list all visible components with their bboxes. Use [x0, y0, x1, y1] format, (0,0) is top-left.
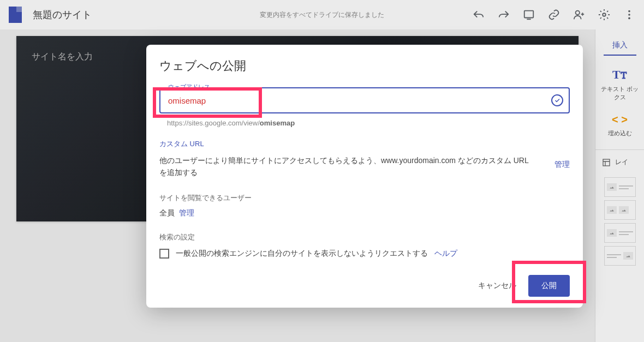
svg-point-3: [628, 10, 630, 13]
search-settings-label: 検索の設定: [159, 232, 570, 242]
layout-option-1[interactable]: [604, 177, 636, 197]
svg-point-4: [628, 14, 630, 16]
insert-embed[interactable]: < > 埋め込む: [598, 113, 642, 137]
checkbox-label: 一般公開の検索エンジンに自分のサイトを表示しないようリクエストする: [176, 249, 428, 259]
web-address-input[interactable]: [159, 87, 570, 113]
viewer-label: サイトを閲覧できるユーザー: [159, 193, 570, 203]
tab-insert[interactable]: 挿入: [604, 35, 636, 56]
insert-textbox[interactable]: Tᴛ テキスト ボックス: [598, 68, 642, 101]
url-preview: https://sites.google.com/view/omisemap: [159, 119, 570, 127]
custom-url-description: 他のユーザーにより簡単にサイトにアクセスしてもらえるよう、www.yourdom…: [159, 154, 538, 179]
svg-rect-0: [524, 11, 534, 18]
svg-point-2: [603, 13, 606, 16]
dialog-title: ウェブへの公開: [146, 58, 583, 74]
search-checkbox-row: 一般公開の検索エンジンに自分のサイトを表示しないようリクエストする ヘルプ: [159, 249, 570, 259]
layout-option-3[interactable]: [604, 223, 636, 243]
svg-point-1: [576, 11, 580, 15]
image-icon: [623, 252, 633, 260]
web-address-field: ウェブアドレス: [159, 87, 570, 113]
document-title[interactable]: 無題のサイト: [33, 8, 92, 21]
embed-icon: < >: [612, 113, 628, 126]
more-icon[interactable]: [623, 9, 635, 21]
side-panel: 挿入 Tᴛ テキスト ボックス < > 埋め込む レイ: [595, 29, 644, 342]
layout-icon: [602, 158, 611, 167]
preview-icon[interactable]: [523, 9, 535, 21]
cancel-button[interactable]: キャンセル: [472, 275, 523, 296]
topbar: 無題のサイト 変更内容をすべてドライブに保存しました: [0, 0, 644, 29]
layout-section[interactable]: レイ: [595, 158, 644, 167]
publish-button[interactable]: 公開: [528, 275, 570, 297]
image-icon: [607, 183, 617, 191]
save-status: 変更内容をすべてドライブに保存しました: [260, 10, 384, 20]
custom-url-label: カスタム URL: [159, 139, 570, 149]
svg-point-5: [628, 17, 630, 20]
check-circle-icon: [551, 94, 563, 106]
manage-viewers-button[interactable]: 管理: [179, 208, 194, 217]
svg-rect-6: [603, 159, 610, 166]
link-icon[interactable]: [548, 9, 560, 21]
textbox-icon: Tᴛ: [612, 68, 627, 82]
layout-option-4[interactable]: [604, 246, 636, 266]
site-name-placeholder[interactable]: サイト名を入力: [32, 52, 93, 61]
noindex-checkbox[interactable]: [159, 249, 169, 259]
redo-icon[interactable]: [498, 9, 510, 21]
image-icon: [619, 206, 629, 214]
publish-dialog: ウェブへの公開 ウェブアドレス https://sites.google.com…: [146, 45, 583, 308]
manage-custom-url-button[interactable]: 管理: [554, 160, 570, 170]
viewer-row: 全員 管理: [159, 208, 570, 218]
undo-icon[interactable]: [473, 9, 485, 21]
app-logo-icon[interactable]: [9, 7, 22, 23]
help-link[interactable]: ヘルプ: [434, 249, 457, 259]
field-label: ウェブアドレス: [166, 83, 212, 91]
image-icon: [607, 229, 617, 237]
divider: [595, 149, 644, 150]
layout-option-2[interactable]: [604, 200, 636, 220]
gear-icon[interactable]: [598, 9, 610, 21]
add-person-icon[interactable]: [573, 9, 585, 21]
image-icon: [607, 206, 617, 214]
